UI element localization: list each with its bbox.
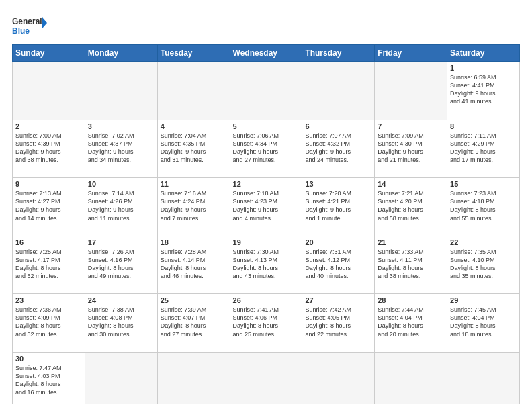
day-cell: 10Sunrise: 7:14 AM Sunset: 4:26 PM Dayli… xyxy=(85,178,157,236)
weekday-header-monday: Monday xyxy=(85,45,157,62)
day-number: 1 xyxy=(450,64,517,72)
logo: General Blue xyxy=(12,15,47,39)
day-info: Sunrise: 7:06 AM Sunset: 4:34 PM Dayligh… xyxy=(233,132,300,165)
day-number: 22 xyxy=(450,238,517,246)
day-number: 26 xyxy=(233,296,300,304)
weekday-header-tuesday: Tuesday xyxy=(157,45,230,62)
day-info: Sunrise: 7:33 AM Sunset: 4:11 PM Dayligh… xyxy=(378,248,444,281)
day-cell xyxy=(375,62,447,120)
day-number: 30 xyxy=(15,355,82,363)
day-info: Sunrise: 7:31 AM Sunset: 4:12 PM Dayligh… xyxy=(305,248,371,281)
day-info: Sunrise: 7:00 AM Sunset: 4:39 PM Dayligh… xyxy=(15,132,82,165)
day-info: Sunrise: 7:16 AM Sunset: 4:24 PM Dayligh… xyxy=(161,189,227,222)
day-number: 24 xyxy=(88,296,154,304)
day-info: Sunrise: 7:09 AM Sunset: 4:30 PM Dayligh… xyxy=(378,132,444,165)
day-info: Sunrise: 7:18 AM Sunset: 4:23 PM Dayligh… xyxy=(233,189,300,222)
day-info: Sunrise: 7:38 AM Sunset: 4:08 PM Dayligh… xyxy=(88,306,154,338)
weekday-header-sunday: Sunday xyxy=(13,45,85,62)
day-cell xyxy=(230,352,302,404)
weekday-header-row: SundayMondayTuesdayWednesdayThursdayFrid… xyxy=(13,45,520,62)
day-number: 11 xyxy=(161,180,227,188)
day-number: 20 xyxy=(305,238,371,246)
week-row-1: 2Sunrise: 7:00 AM Sunset: 4:39 PM Daylig… xyxy=(13,120,520,178)
page: General Blue SundayMondayTuesdayWednesda… xyxy=(0,0,532,411)
week-row-2: 9Sunrise: 7:13 AM Sunset: 4:27 PM Daylig… xyxy=(13,178,520,236)
day-info: Sunrise: 6:59 AM Sunset: 4:41 PM Dayligh… xyxy=(450,73,517,106)
day-info: Sunrise: 7:04 AM Sunset: 4:35 PM Dayligh… xyxy=(161,132,227,165)
day-number: 18 xyxy=(161,238,227,246)
day-info: Sunrise: 7:36 AM Sunset: 4:09 PM Dayligh… xyxy=(15,306,82,338)
day-number: 17 xyxy=(88,238,154,246)
day-cell xyxy=(447,352,520,404)
day-number: 8 xyxy=(450,122,517,130)
day-info: Sunrise: 7:41 AM Sunset: 4:06 PM Dayligh… xyxy=(233,306,300,338)
day-cell: 26Sunrise: 7:41 AM Sunset: 4:06 PM Dayli… xyxy=(230,294,302,353)
day-info: Sunrise: 7:30 AM Sunset: 4:13 PM Dayligh… xyxy=(233,248,300,281)
day-info: Sunrise: 7:47 AM Sunset: 4:03 PM Dayligh… xyxy=(15,364,82,397)
day-cell: 9Sunrise: 7:13 AM Sunset: 4:27 PM Daylig… xyxy=(13,178,85,236)
day-cell: 12Sunrise: 7:18 AM Sunset: 4:23 PM Dayli… xyxy=(230,178,302,236)
day-info: Sunrise: 7:39 AM Sunset: 4:07 PM Dayligh… xyxy=(161,306,227,338)
day-info: Sunrise: 7:44 AM Sunset: 4:04 PM Dayligh… xyxy=(378,306,444,338)
day-cell xyxy=(85,352,157,404)
day-number: 21 xyxy=(378,238,444,246)
day-cell: 11Sunrise: 7:16 AM Sunset: 4:24 PM Dayli… xyxy=(157,178,230,236)
day-cell xyxy=(85,62,157,120)
day-info: Sunrise: 7:28 AM Sunset: 4:14 PM Dayligh… xyxy=(161,248,227,281)
day-cell: 5Sunrise: 7:06 AM Sunset: 4:34 PM Daylig… xyxy=(230,120,302,178)
day-number: 27 xyxy=(305,296,371,304)
day-info: Sunrise: 7:14 AM Sunset: 4:26 PM Dayligh… xyxy=(88,189,154,222)
day-cell: 4Sunrise: 7:04 AM Sunset: 4:35 PM Daylig… xyxy=(157,120,230,178)
day-cell: 27Sunrise: 7:42 AM Sunset: 4:05 PM Dayli… xyxy=(302,294,375,353)
day-info: Sunrise: 7:11 AM Sunset: 4:29 PM Dayligh… xyxy=(450,132,517,165)
day-info: Sunrise: 7:13 AM Sunset: 4:27 PM Dayligh… xyxy=(15,189,82,222)
week-row-3: 16Sunrise: 7:25 AM Sunset: 4:17 PM Dayli… xyxy=(13,236,520,294)
day-number: 3 xyxy=(88,122,154,130)
day-number: 2 xyxy=(15,122,82,130)
day-number: 5 xyxy=(233,122,300,130)
day-number: 14 xyxy=(378,180,444,188)
day-number: 15 xyxy=(450,180,517,188)
day-number: 25 xyxy=(161,296,227,304)
svg-marker-2 xyxy=(42,17,47,28)
day-info: Sunrise: 7:02 AM Sunset: 4:37 PM Dayligh… xyxy=(88,132,154,165)
week-row-4: 23Sunrise: 7:36 AM Sunset: 4:09 PM Dayli… xyxy=(13,294,520,353)
day-cell: 6Sunrise: 7:07 AM Sunset: 4:32 PM Daylig… xyxy=(302,120,375,178)
day-cell xyxy=(302,62,375,120)
weekday-header-saturday: Saturday xyxy=(447,45,520,62)
day-cell: 20Sunrise: 7:31 AM Sunset: 4:12 PM Dayli… xyxy=(302,236,375,294)
day-cell: 13Sunrise: 7:20 AM Sunset: 4:21 PM Dayli… xyxy=(302,178,375,236)
day-info: Sunrise: 7:20 AM Sunset: 4:21 PM Dayligh… xyxy=(305,189,371,222)
day-number: 13 xyxy=(305,180,371,188)
day-info: Sunrise: 7:35 AM Sunset: 4:10 PM Dayligh… xyxy=(450,248,517,281)
day-cell: 29Sunrise: 7:45 AM Sunset: 4:04 PM Dayli… xyxy=(447,294,520,353)
weekday-header-thursday: Thursday xyxy=(302,45,375,62)
day-cell: 18Sunrise: 7:28 AM Sunset: 4:14 PM Dayli… xyxy=(157,236,230,294)
day-info: Sunrise: 7:45 AM Sunset: 4:04 PM Dayligh… xyxy=(450,306,517,338)
day-cell: 3Sunrise: 7:02 AM Sunset: 4:37 PM Daylig… xyxy=(85,120,157,178)
weekday-header-wednesday: Wednesday xyxy=(230,45,302,62)
day-info: Sunrise: 7:21 AM Sunset: 4:20 PM Dayligh… xyxy=(378,189,444,222)
svg-text:General: General xyxy=(12,17,42,26)
day-cell: 25Sunrise: 7:39 AM Sunset: 4:07 PM Dayli… xyxy=(157,294,230,353)
day-cell: 21Sunrise: 7:33 AM Sunset: 4:11 PM Dayli… xyxy=(375,236,447,294)
day-info: Sunrise: 7:26 AM Sunset: 4:16 PM Dayligh… xyxy=(88,248,154,281)
day-cell: 15Sunrise: 7:23 AM Sunset: 4:18 PM Dayli… xyxy=(447,178,520,236)
day-info: Sunrise: 7:07 AM Sunset: 4:32 PM Dayligh… xyxy=(305,132,371,165)
day-cell: 8Sunrise: 7:11 AM Sunset: 4:29 PM Daylig… xyxy=(447,120,520,178)
day-cell: 30Sunrise: 7:47 AM Sunset: 4:03 PM Dayli… xyxy=(13,352,85,404)
day-cell: 2Sunrise: 7:00 AM Sunset: 4:39 PM Daylig… xyxy=(13,120,85,178)
day-cell: 1Sunrise: 6:59 AM Sunset: 4:41 PM Daylig… xyxy=(447,62,520,120)
weekday-header-friday: Friday xyxy=(375,45,447,62)
day-cell: 24Sunrise: 7:38 AM Sunset: 4:08 PM Dayli… xyxy=(85,294,157,353)
day-number: 10 xyxy=(88,180,154,188)
day-number: 23 xyxy=(15,296,82,304)
day-number: 7 xyxy=(378,122,444,130)
day-cell: 16Sunrise: 7:25 AM Sunset: 4:17 PM Dayli… xyxy=(13,236,85,294)
day-number: 28 xyxy=(378,296,444,304)
day-cell xyxy=(375,352,447,404)
day-info: Sunrise: 7:42 AM Sunset: 4:05 PM Dayligh… xyxy=(305,306,371,338)
day-cell: 28Sunrise: 7:44 AM Sunset: 4:04 PM Dayli… xyxy=(375,294,447,353)
day-cell: 23Sunrise: 7:36 AM Sunset: 4:09 PM Dayli… xyxy=(13,294,85,353)
week-row-5: 30Sunrise: 7:47 AM Sunset: 4:03 PM Dayli… xyxy=(13,352,520,404)
